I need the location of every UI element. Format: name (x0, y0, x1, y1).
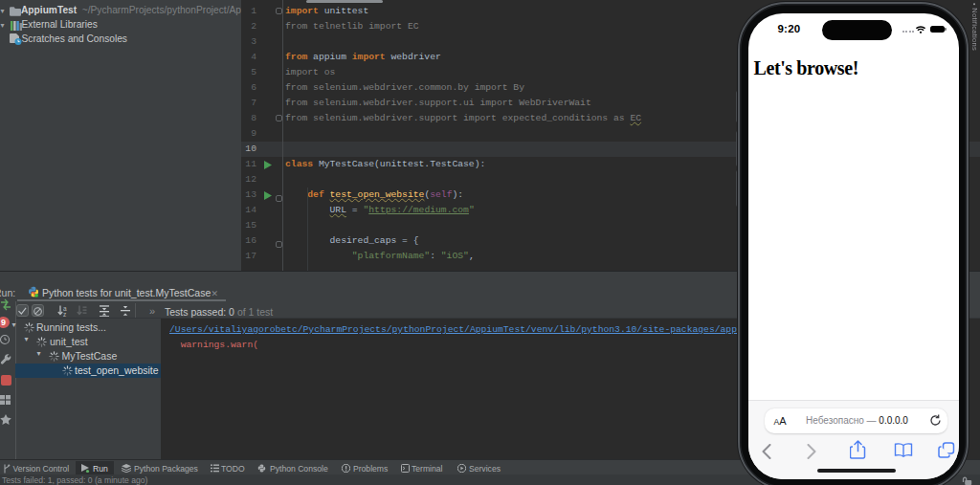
svg-text:z: z (63, 311, 66, 317)
svg-text:9: 9 (1, 318, 6, 327)
